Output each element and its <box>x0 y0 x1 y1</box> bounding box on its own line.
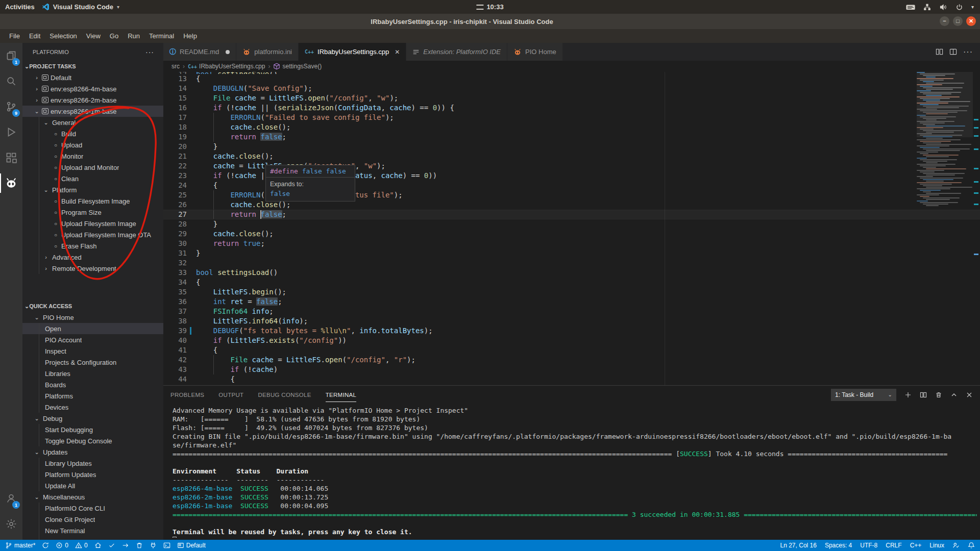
tree-item-general[interactable]: ⌄ General <box>22 117 163 128</box>
status-check[interactable] <box>108 542 115 549</box>
tree-item-platforms[interactable]: Platforms <box>22 390 163 402</box>
breadcrumb-src[interactable]: src <box>172 63 180 70</box>
tree-item-upgrade-platformio-core[interactable]: Upgrade PlatformIO Core <box>22 536 163 540</box>
status-branch[interactable]: master* <box>5 542 35 549</box>
status-board[interactable]: Default <box>177 542 206 549</box>
code-editor[interactable]: 12 bool settingsSave() 13 { 14 DEBUGLN("… <box>163 72 980 428</box>
status-terminal[interactable] <box>163 542 170 549</box>
activity-platformio[interactable] <box>0 170 22 196</box>
menu-selection[interactable]: Selection <box>45 31 81 41</box>
menu-help[interactable]: Help <box>179 31 201 41</box>
section-header-quick-access[interactable]: ⌄QUICK ACCESS <box>22 300 163 312</box>
activity-extensions[interactable] <box>0 145 22 170</box>
tree-item-projects-configuration[interactable]: Projects & Configuration <box>22 357 163 368</box>
status-crlf[interactable]: CRLF <box>886 542 901 549</box>
maximize-button[interactable]: □ <box>953 16 963 26</box>
code-line-40[interactable]: 40 if (LittleFS.exists("/config")) <box>163 336 980 345</box>
editor-layout-icon[interactable] <box>949 48 957 56</box>
close-button[interactable]: ✕ <box>966 16 976 26</box>
close-tab-icon[interactable]: ✕ <box>395 48 400 56</box>
tree-item-advanced[interactable]: › Advanced <box>22 252 163 263</box>
code-line-21[interactable]: 21 cache.close(); <box>163 152 980 161</box>
code-line-27[interactable]: 27 return false; <box>163 210 980 219</box>
status-warning[interactable]: 0 <box>75 542 88 549</box>
breadcrumb-irbabyusersettings-cpp[interactable]: C++IRbabyUserSettings.cpp <box>188 63 265 70</box>
menu-run[interactable]: Run <box>124 31 144 41</box>
tree-item-build-filesystem-image[interactable]: ○ Build Filesystem Image <box>22 195 163 207</box>
activities-button[interactable]: Activities <box>5 3 35 11</box>
tree-item-build[interactable]: ○ Build <box>22 128 163 139</box>
activity-debug[interactable] <box>0 119 22 145</box>
breadcrumb[interactable]: src› C++IRbabyUserSettings.cpp› settings… <box>163 61 980 72</box>
tree-item-platform-updates[interactable]: Platform Updates <box>22 469 163 480</box>
code-line-20[interactable]: 20 } <box>163 142 980 152</box>
tree-item-upload-filesystem-image-ota[interactable]: ○ Upload Filesystem Image OTA <box>22 229 163 240</box>
tab-readme-md[interactable]: ⓘREADME.md <box>163 43 236 61</box>
tree-item-upload[interactable]: ○ Upload <box>22 139 163 151</box>
code-line-32[interactable]: 32 <box>163 258 980 268</box>
volume-icon[interactable] <box>939 4 947 11</box>
network-icon[interactable] <box>923 4 931 11</box>
tree-item-env-esp8266-2m-base[interactable]: › env:esp8266-2m-base <box>22 94 163 106</box>
panel-tab-terminal[interactable]: TERMINAL <box>326 387 357 402</box>
code-line-39[interactable]: 39 DEBUGF("fs total bytes = %llu\n", inf… <box>163 326 980 336</box>
code-line-34[interactable]: 34 { <box>163 278 980 287</box>
minimap[interactable] <box>917 72 973 428</box>
tree-item-upload-and-monitor[interactable]: ○ Upload and Monitor <box>22 162 163 173</box>
code-line-16[interactable]: 16 if (!cache || (serializeJson(ConfigDa… <box>163 103 980 113</box>
code-line-28[interactable]: 28 } <box>163 219 980 229</box>
tree-item-new-terminal[interactable]: New Terminal <box>22 525 163 536</box>
code-line-41[interactable]: 41 { <box>163 345 980 355</box>
tree-item-open[interactable]: Open <box>22 323 163 334</box>
status-c++[interactable]: C++ <box>910 542 922 549</box>
tree-item-remote-development[interactable]: › Remote Development <box>22 263 163 274</box>
code-line-36[interactable]: 36 int ret = false; <box>163 297 980 307</box>
menu-edit[interactable]: Edit <box>25 31 44 41</box>
tree-item-default[interactable]: › Default <box>22 72 163 83</box>
keyboard-icon[interactable] <box>906 4 915 11</box>
code-line-37[interactable]: 37 FSInfo64 info; <box>163 307 980 316</box>
more-actions-icon[interactable]: ··· <box>963 47 973 57</box>
code-line-43[interactable]: 43 if (!cache) <box>163 365 980 374</box>
tree-item-env-esp8266-4m-base[interactable]: › env:esp8266-4m-base <box>22 83 163 94</box>
app-menu-button[interactable]: Visual Studio Code <box>53 3 113 11</box>
maximize-panel-icon[interactable] <box>950 391 958 398</box>
tree-item-inspect[interactable]: Inspect <box>22 345 163 357</box>
tab-extension-platformio-ide[interactable]: Extension: PlatformIO IDE <box>406 43 507 61</box>
kill-terminal-icon[interactable] <box>935 391 942 398</box>
code-line-14[interactable]: 14 DEBUGLN("Save Config"); <box>163 84 980 93</box>
status-sync[interactable] <box>42 542 49 549</box>
minimize-button[interactable]: − <box>940 16 949 26</box>
split-editor-icon[interactable] <box>936 48 943 56</box>
tree-item-devices[interactable]: Devices <box>22 402 163 413</box>
code-line-18[interactable]: 18 cache.close(); <box>163 122 980 132</box>
status-utf-8[interactable]: UTF-8 <box>860 542 877 549</box>
tab-pio-home[interactable]: PIO Home <box>507 43 563 61</box>
section-header-project-tasks[interactable]: ⌄PROJECT TASKS <box>22 61 163 72</box>
tree-item-boards[interactable]: Boards <box>22 379 163 390</box>
code-line-15[interactable]: 15 File cache = LittleFS.open("/config",… <box>163 93 980 103</box>
status-arrow[interactable] <box>122 542 129 549</box>
code-line-44[interactable]: 44 { <box>163 374 980 384</box>
terminal-output[interactable]: Advanced Memory Usage is available via "… <box>173 406 977 538</box>
menu-terminal[interactable]: Terminal <box>145 31 178 41</box>
new-terminal-icon[interactable] <box>904 391 912 398</box>
code-line-30[interactable]: 30 return true; <box>163 239 980 248</box>
tree-item-update-all[interactable]: Update All <box>22 480 163 491</box>
status-error[interactable]: 0 <box>56 542 68 549</box>
tree-item-libraries[interactable]: Libraries <box>22 368 163 379</box>
activity-files[interactable]: 1 <box>0 43 22 68</box>
panel-tab-debug-console[interactable]: DEBUG CONSOLE <box>258 387 311 402</box>
tree-item-monitor[interactable]: ○ Monitor <box>22 151 163 162</box>
split-terminal-icon[interactable] <box>920 391 927 398</box>
panel-tab-output[interactable]: OUTPUT <box>218 387 243 402</box>
code-line-38[interactable]: 38 LittleFS.info64(info); <box>163 316 980 326</box>
tree-item-clone-git-project[interactable]: Clone Git Project <box>22 514 163 525</box>
close-panel-icon[interactable] <box>966 391 973 398</box>
activity-scm[interactable]: 9 <box>0 94 22 119</box>
tree-item-platform[interactable]: ⌄ Platform <box>22 184 163 195</box>
status-spaces-4[interactable]: Spaces: 4 <box>825 542 852 549</box>
activity-gear[interactable] <box>0 511 22 537</box>
tree-item-clean[interactable]: ○ Clean <box>22 173 163 184</box>
code-line-19[interactable]: 19 return false; <box>163 132 980 142</box>
